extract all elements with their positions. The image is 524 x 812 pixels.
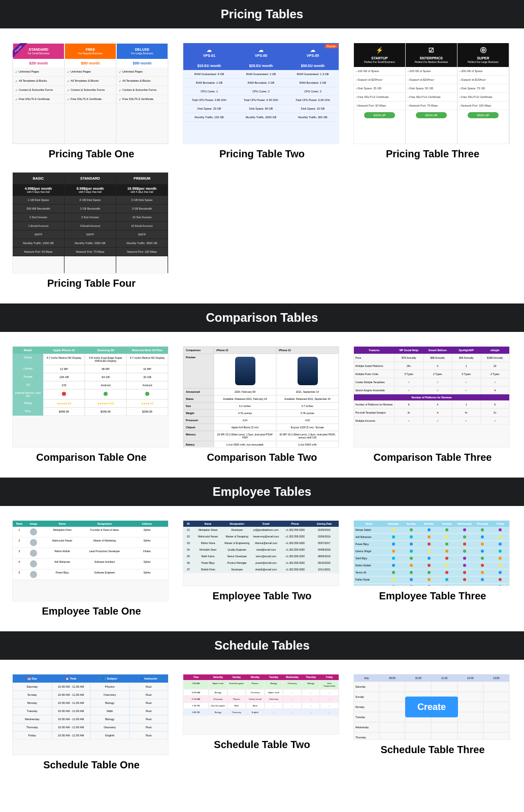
create-button[interactable]: Create <box>405 697 458 718</box>
table-cell: Math <box>246 702 265 709</box>
schedule-cell[interactable] <box>457 722 483 732</box>
card-comparison-three[interactable]: FeaturesWP Social NinjaSmash BalloonSpot… <box>353 346 512 463</box>
schedule-cell[interactable] <box>483 682 509 692</box>
name-cell: Paflan Radis <box>354 577 384 584</box>
table-cell: Software Architect <box>83 559 125 569</box>
caption-schedule-one: Schedule Table One <box>12 759 171 771</box>
table-cell: Mahmudul Hasan <box>193 533 222 540</box>
caption-pricing-one: Pricing Table One <box>12 148 171 160</box>
status-dot <box>463 528 466 531</box>
status-cell <box>384 541 402 548</box>
table-cell <box>126 389 168 399</box>
card-comparison-two[interactable]: ComparisoniPhone 12iPhone 13PreviewAnnou… <box>183 346 341 463</box>
table-cell: Power Bijoy <box>41 569 83 580</box>
card-schedule-two[interactable]: TimeSaturdaySundayMondayTuesdayWednesday… <box>183 674 341 771</box>
schedule-cell[interactable] <box>379 702 405 712</box>
table-cell: 04/08/2018 <box>310 547 339 553</box>
table-cell: iOS <box>43 381 85 389</box>
schedule-cell[interactable] <box>483 702 509 712</box>
table-cell: +1.302.559.0250 <box>281 553 310 560</box>
schedule-cell[interactable] <box>405 732 431 740</box>
schedule-cell[interactable] <box>457 712 483 722</box>
plan-feature: › Disk Space: 50 GB <box>406 84 457 93</box>
status-cell <box>474 584 492 586</box>
plan-feature: › 100 GB of Space <box>354 67 405 76</box>
schedule-cell[interactable] <box>483 692 509 702</box>
table-cell: 11:30 AM <box>183 696 209 702</box>
plan-title: ⓔSUPERPerfect For Large Business <box>457 43 509 67</box>
row-label: Battery <box>183 441 214 448</box>
card-employee-one[interactable]: RankImageNameDesignationAddress1Mehejabi… <box>12 520 171 617</box>
card-pricing-four[interactable]: BASIC4.99$/per monthwith 4 days free tra… <box>12 172 171 289</box>
status-cell <box>474 527 492 534</box>
schedule-cell[interactable] <box>457 682 483 692</box>
card-schedule-one[interactable]: 📅 Day⏰ Time📘 Subject👤 InstructorSaturday… <box>12 674 171 771</box>
status-dot <box>481 535 484 538</box>
schedule-cell[interactable] <box>457 702 483 712</box>
section-band: Number of Platforms for Reviews <box>354 394 509 400</box>
check-icon: ✔ <box>494 419 496 422</box>
signup-button[interactable]: SIGN UP <box>416 112 447 118</box>
schedule-cell[interactable] <box>483 722 509 732</box>
schedule-cell[interactable] <box>431 722 457 732</box>
status-cell <box>492 548 509 555</box>
status-cell <box>384 562 402 569</box>
table-cell: Biology <box>302 680 320 689</box>
table-cell: Rahim Mollah <box>41 548 83 559</box>
table-cell: ✔ <box>395 417 423 425</box>
table-cell: 3:00 PM <box>183 709 209 716</box>
schedule-cell[interactable] <box>379 712 405 722</box>
star-rating: ★★★★★ 5/5 <box>57 402 71 405</box>
day-label: Tuesday <box>354 712 379 722</box>
schedule-cell[interactable] <box>379 732 405 740</box>
schedule-cell[interactable] <box>483 712 509 722</box>
status-dot <box>463 585 466 586</box>
schedule-cell[interactable] <box>431 682 457 692</box>
row-label: Pre-built Template Designs <box>354 409 395 417</box>
plan-feature: 3 GB Disk Space <box>116 196 168 205</box>
row-label: Multiple Social Platforms <box>354 362 395 370</box>
table-cell <box>43 389 85 399</box>
card-pricing-two[interactable]: Popular ☁VPS-01$10.01/ monthRAM Guarante… <box>183 43 341 160</box>
schedule-cell[interactable] <box>379 692 405 702</box>
status-dot <box>428 543 431 546</box>
table-header: Email <box>251 521 280 527</box>
status-cell <box>420 584 438 586</box>
table-cell: - <box>320 702 339 709</box>
status-dot <box>410 550 413 553</box>
card-comparison-one[interactable]: ModelApple iPhone 10Samsung S8Motorola M… <box>12 346 171 463</box>
card-pricing-one[interactable]: Popular STANDARDFor Small Business$29/ m… <box>12 43 171 160</box>
card-schedule-three[interactable]: Day09:0010:0011:0012:0013:00SaturdaySund… <box>353 674 512 771</box>
schedule-cell[interactable] <box>379 682 405 692</box>
schedule-cell[interactable] <box>379 722 405 732</box>
schedule-cell[interactable] <box>483 732 509 740</box>
table-cell: $79 Annually <box>395 354 423 362</box>
schedule-cell[interactable] <box>457 692 483 702</box>
signup-button[interactable]: SIGN UP <box>468 112 499 118</box>
card-pricing-three[interactable]: ⚡STARTUPPerfect For Small Business› 100 … <box>353 43 512 160</box>
plan-feature: › Free SSL/TLS Certificate <box>457 93 509 101</box>
table-header: 10:00 <box>405 674 431 682</box>
pricing2-col-0: ☁VPS-01$10.01/ monthRAM Guaranteed: 9 GB… <box>183 43 235 144</box>
card-employee-three[interactable]: NameSaturdaySundayMondayTuesdayWednesday… <box>353 520 512 617</box>
check-icon: ✔ <box>67 70 70 74</box>
card-employee-two[interactable]: IDNameDesignationEmailPhoneJoining Date0… <box>183 520 341 617</box>
status-dot <box>392 571 395 574</box>
status-dot <box>463 578 466 581</box>
table-cell: Physics <box>227 696 246 702</box>
table-cell <box>276 354 339 388</box>
check-icon: ✔ <box>437 419 439 422</box>
plan-feature: 1 GB Disk Space <box>13 196 64 205</box>
schedule-cell[interactable] <box>457 732 483 740</box>
table-cell: 9 <box>481 400 510 409</box>
table-cell: A15 <box>276 417 339 424</box>
status-cell <box>384 555 402 562</box>
schedule-cell[interactable] <box>405 722 431 732</box>
table-cell: ✖ <box>423 409 452 417</box>
table-cell: Available. Released 2021, February 24 <box>214 395 276 402</box>
schedule-cell[interactable] <box>405 682 431 692</box>
signup-button[interactable]: SIGN UP <box>364 112 395 118</box>
name-cell: Power Bijoy <box>354 541 384 548</box>
schedule-cell[interactable] <box>431 732 457 740</box>
table-cell: Apple A14 Bionic (5 nm) <box>214 424 276 431</box>
